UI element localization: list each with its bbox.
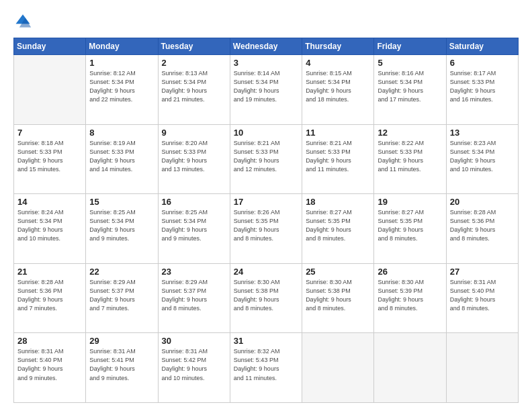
calendar-cell: 7Sunrise: 8:18 AM Sunset: 5:33 PM Daylig… xyxy=(14,124,86,194)
day-number: 5 xyxy=(378,58,442,68)
day-info: Sunrise: 8:30 AM Sunset: 5:39 PM Dayligh… xyxy=(378,278,442,313)
day-info: Sunrise: 8:30 AM Sunset: 5:38 PM Dayligh… xyxy=(234,278,298,313)
day-number: 21 xyxy=(17,267,82,277)
calendar-cell: 14Sunrise: 8:24 AM Sunset: 5:34 PM Dayli… xyxy=(14,194,86,264)
day-number: 8 xyxy=(89,128,154,138)
calendar-cell: 21Sunrise: 8:28 AM Sunset: 5:36 PM Dayli… xyxy=(14,263,86,333)
calendar-cell xyxy=(374,333,446,403)
day-number: 27 xyxy=(450,267,515,277)
calendar-cell: 27Sunrise: 8:31 AM Sunset: 5:40 PM Dayli… xyxy=(446,263,518,333)
calendar-cell: 22Sunrise: 8:29 AM Sunset: 5:37 PM Dayli… xyxy=(86,263,158,333)
calendar-week-row: 21Sunrise: 8:28 AM Sunset: 5:36 PM Dayli… xyxy=(14,263,519,333)
day-number: 26 xyxy=(378,267,442,277)
calendar-cell: 9Sunrise: 8:20 AM Sunset: 5:33 PM Daylig… xyxy=(158,124,230,194)
day-info: Sunrise: 8:19 AM Sunset: 5:33 PM Dayligh… xyxy=(89,139,154,174)
day-number: 7 xyxy=(17,128,82,138)
header-wednesday: Wednesday xyxy=(230,38,302,55)
calendar-cell: 3Sunrise: 8:14 AM Sunset: 5:34 PM Daylig… xyxy=(230,55,302,125)
calendar-cell: 1Sunrise: 8:12 AM Sunset: 5:34 PM Daylig… xyxy=(86,55,158,125)
day-info: Sunrise: 8:26 AM Sunset: 5:35 PM Dayligh… xyxy=(234,208,298,243)
day-info: Sunrise: 8:27 AM Sunset: 5:35 PM Dayligh… xyxy=(378,208,442,243)
calendar-cell: 29Sunrise: 8:31 AM Sunset: 5:41 PM Dayli… xyxy=(86,333,158,403)
day-info: Sunrise: 8:24 AM Sunset: 5:34 PM Dayligh… xyxy=(17,208,82,243)
day-info: Sunrise: 8:31 AM Sunset: 5:42 PM Dayligh… xyxy=(162,347,226,382)
day-number: 14 xyxy=(17,197,82,207)
header-tuesday: Tuesday xyxy=(158,38,230,55)
day-info: Sunrise: 8:14 AM Sunset: 5:34 PM Dayligh… xyxy=(234,69,298,104)
day-info: Sunrise: 8:27 AM Sunset: 5:35 PM Dayligh… xyxy=(306,208,370,243)
day-number: 23 xyxy=(162,267,226,277)
calendar-cell: 25Sunrise: 8:30 AM Sunset: 5:38 PM Dayli… xyxy=(302,263,374,333)
day-number: 29 xyxy=(89,336,154,346)
day-number: 11 xyxy=(306,128,370,138)
day-number: 24 xyxy=(234,267,298,277)
day-info: Sunrise: 8:25 AM Sunset: 5:34 PM Dayligh… xyxy=(162,208,226,243)
calendar-cell xyxy=(14,55,86,125)
day-number: 1 xyxy=(89,58,154,68)
calendar-table: Sunday Monday Tuesday Wednesday Thursday… xyxy=(13,38,519,403)
calendar-header-row: Sunday Monday Tuesday Wednesday Thursday… xyxy=(14,38,519,55)
logo xyxy=(13,12,35,31)
day-info: Sunrise: 8:21 AM Sunset: 5:33 PM Dayligh… xyxy=(234,139,298,174)
header-thursday: Thursday xyxy=(302,38,374,55)
day-info: Sunrise: 8:23 AM Sunset: 5:34 PM Dayligh… xyxy=(450,139,515,174)
calendar-cell: 31Sunrise: 8:32 AM Sunset: 5:43 PM Dayli… xyxy=(230,333,302,403)
calendar-cell: 18Sunrise: 8:27 AM Sunset: 5:35 PM Dayli… xyxy=(302,194,374,264)
calendar-cell: 4Sunrise: 8:15 AM Sunset: 5:34 PM Daylig… xyxy=(302,55,374,125)
day-info: Sunrise: 8:28 AM Sunset: 5:36 PM Dayligh… xyxy=(450,208,515,243)
calendar-cell: 16Sunrise: 8:25 AM Sunset: 5:34 PM Dayli… xyxy=(158,194,230,264)
day-number: 9 xyxy=(162,128,226,138)
header-monday: Monday xyxy=(86,38,158,55)
day-number: 18 xyxy=(306,197,370,207)
day-number: 16 xyxy=(162,197,226,207)
day-number: 12 xyxy=(378,128,442,138)
day-number: 25 xyxy=(306,267,370,277)
day-number: 15 xyxy=(89,197,154,207)
calendar-cell: 26Sunrise: 8:30 AM Sunset: 5:39 PM Dayli… xyxy=(374,263,446,333)
day-info: Sunrise: 8:28 AM Sunset: 5:36 PM Dayligh… xyxy=(17,278,82,313)
day-info: Sunrise: 8:22 AM Sunset: 5:33 PM Dayligh… xyxy=(378,139,442,174)
calendar-cell: 23Sunrise: 8:29 AM Sunset: 5:37 PM Dayli… xyxy=(158,263,230,333)
calendar-cell: 10Sunrise: 8:21 AM Sunset: 5:33 PM Dayli… xyxy=(230,124,302,194)
logo-icon xyxy=(13,12,32,31)
day-info: Sunrise: 8:18 AM Sunset: 5:33 PM Dayligh… xyxy=(17,139,82,174)
day-number: 10 xyxy=(234,128,298,138)
calendar-cell: 28Sunrise: 8:31 AM Sunset: 5:40 PM Dayli… xyxy=(14,333,86,403)
calendar-cell: 30Sunrise: 8:31 AM Sunset: 5:42 PM Dayli… xyxy=(158,333,230,403)
calendar-cell: 6Sunrise: 8:17 AM Sunset: 5:33 PM Daylig… xyxy=(446,55,518,125)
day-number: 28 xyxy=(17,336,82,346)
day-info: Sunrise: 8:12 AM Sunset: 5:34 PM Dayligh… xyxy=(89,69,154,104)
day-number: 3 xyxy=(234,58,298,68)
day-info: Sunrise: 8:32 AM Sunset: 5:43 PM Dayligh… xyxy=(234,347,298,382)
day-info: Sunrise: 8:13 AM Sunset: 5:34 PM Dayligh… xyxy=(162,69,226,104)
day-info: Sunrise: 8:29 AM Sunset: 5:37 PM Dayligh… xyxy=(162,278,226,313)
day-number: 19 xyxy=(378,197,442,207)
page: Sunday Monday Tuesday Wednesday Thursday… xyxy=(0,0,532,411)
day-info: Sunrise: 8:15 AM Sunset: 5:34 PM Dayligh… xyxy=(306,69,370,104)
calendar-cell xyxy=(302,333,374,403)
calendar-cell: 12Sunrise: 8:22 AM Sunset: 5:33 PM Dayli… xyxy=(374,124,446,194)
day-info: Sunrise: 8:25 AM Sunset: 5:34 PM Dayligh… xyxy=(89,208,154,243)
header-saturday: Saturday xyxy=(446,38,518,55)
day-info: Sunrise: 8:31 AM Sunset: 5:41 PM Dayligh… xyxy=(89,347,154,382)
day-number: 22 xyxy=(89,267,154,277)
day-number: 20 xyxy=(450,197,515,207)
day-number: 6 xyxy=(450,58,515,68)
day-info: Sunrise: 8:16 AM Sunset: 5:34 PM Dayligh… xyxy=(378,69,442,104)
calendar-cell: 17Sunrise: 8:26 AM Sunset: 5:35 PM Dayli… xyxy=(230,194,302,264)
header xyxy=(13,12,519,31)
day-info: Sunrise: 8:17 AM Sunset: 5:33 PM Dayligh… xyxy=(450,69,515,104)
calendar-week-row: 28Sunrise: 8:31 AM Sunset: 5:40 PM Dayli… xyxy=(14,333,519,403)
calendar-week-row: 14Sunrise: 8:24 AM Sunset: 5:34 PM Dayli… xyxy=(14,194,519,264)
day-number: 13 xyxy=(450,128,515,138)
calendar-cell: 13Sunrise: 8:23 AM Sunset: 5:34 PM Dayli… xyxy=(446,124,518,194)
day-info: Sunrise: 8:31 AM Sunset: 5:40 PM Dayligh… xyxy=(17,347,82,382)
day-info: Sunrise: 8:20 AM Sunset: 5:33 PM Dayligh… xyxy=(162,139,226,174)
day-info: Sunrise: 8:31 AM Sunset: 5:40 PM Dayligh… xyxy=(450,278,515,313)
calendar-week-row: 1Sunrise: 8:12 AM Sunset: 5:34 PM Daylig… xyxy=(14,55,519,125)
calendar-cell: 11Sunrise: 8:21 AM Sunset: 5:33 PM Dayli… xyxy=(302,124,374,194)
header-friday: Friday xyxy=(374,38,446,55)
day-number: 30 xyxy=(162,336,226,346)
calendar-week-row: 7Sunrise: 8:18 AM Sunset: 5:33 PM Daylig… xyxy=(14,124,519,194)
day-info: Sunrise: 8:30 AM Sunset: 5:38 PM Dayligh… xyxy=(306,278,370,313)
